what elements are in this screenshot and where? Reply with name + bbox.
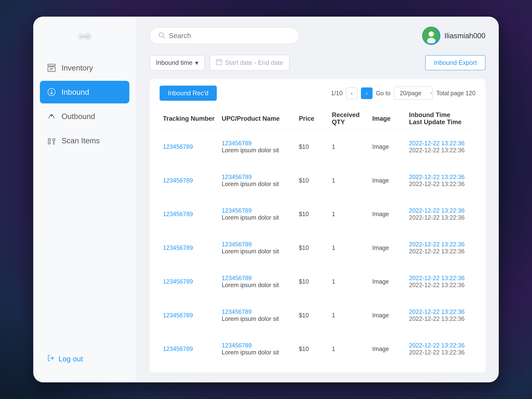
cell-time: 2022-12-22 13:22:36 2022-12-22 13:22:36	[406, 130, 475, 164]
sidebar-item-outbound[interactable]: Outbound	[40, 105, 129, 128]
tracking-link[interactable]: 123456789	[163, 143, 193, 150]
col-header-price: Price	[295, 108, 329, 130]
upc-link[interactable]: 123456789	[222, 241, 252, 248]
page-next-button[interactable]: ›	[361, 88, 373, 99]
table-row: 123456789 123456789 Lorem ipsum dolor si…	[160, 197, 475, 231]
username: Iliasmiah000	[444, 32, 485, 40]
time-secondary: 2022-12-22 13:22:36	[409, 214, 472, 221]
cell-price: $10	[295, 130, 329, 164]
cell-upc: 123456789 Lorem ipsum dolor sit	[218, 197, 295, 231]
cell-time: 2022-12-22 13:22:36 2022-12-22 13:22:36	[406, 332, 475, 366]
tracking-link[interactable]: 123456789	[163, 312, 193, 319]
cell-upc: 123456789 Lorem ipsum dolor sit	[218, 231, 295, 265]
cell-time: 2022-12-22 13:22:36 2022-12-22 13:22:36	[406, 298, 475, 332]
upc-link[interactable]: 123456789	[222, 342, 252, 349]
upc-name: Lorem ipsum dolor sit	[222, 282, 279, 288]
time-secondary: 2022-12-22 13:22:36	[409, 181, 472, 188]
tracking-link[interactable]: 123456789	[163, 211, 193, 217]
calendar-icon	[216, 59, 222, 67]
logout-button[interactable]: Log out	[40, 349, 129, 369]
upc-link[interactable]: 123456789	[222, 275, 252, 281]
search-input[interactable]	[169, 32, 291, 40]
cell-upc: 123456789 Lorem ipsum dolor sit	[218, 164, 295, 197]
main-content: Iliasmiah000 Inbound time ▾ Start date	[136, 17, 499, 382]
upc-link[interactable]: 123456789	[222, 140, 252, 147]
upc-link[interactable]: 123456789	[222, 174, 252, 180]
tracking-link[interactable]: 123456789	[163, 278, 193, 285]
table-row: 123456789 123456789 Lorem ipsum dolor si…	[160, 298, 475, 332]
table-row: 123456789 123456789 Lorem ipsum dolor si…	[160, 130, 475, 164]
svg-point-18	[429, 32, 434, 37]
time-primary: 2022-12-22 13:22:36	[409, 140, 472, 147]
col-header-image: Image	[369, 108, 406, 130]
svg-rect-9	[53, 139, 55, 141]
col-header-time: Inbound Time Last Update Time	[406, 108, 475, 130]
cell-tracking: 123456789	[160, 298, 218, 332]
svg-rect-8	[48, 139, 50, 141]
upc-link[interactable]: 123456789	[222, 207, 252, 214]
search-icon	[158, 32, 165, 40]
search-box[interactable]	[150, 27, 299, 44]
cell-qty: 1	[329, 332, 369, 366]
table-row: 123456789 123456789 Lorem ipsum dolor si…	[160, 164, 475, 197]
table-top: Inbound Rec'd 1/10 ‹ › Go to 20/page 50/…	[160, 86, 475, 101]
export-button[interactable]: Inbound Export	[425, 55, 485, 70]
time-secondary: 2022-12-22 13:22:36	[409, 282, 472, 289]
date-filter[interactable]: Start date - End date	[210, 55, 290, 71]
time-secondary: 2022-12-22 13:22:36	[409, 349, 472, 356]
table-row: 123456789 123456789 Lorem ipsum dolor si…	[160, 332, 475, 366]
tracking-link[interactable]: 123456789	[163, 244, 193, 251]
sidebar-item-inventory-label: Inventory	[62, 63, 93, 72]
tracking-link[interactable]: 123456789	[163, 177, 193, 184]
page-size-select[interactable]: 20/page 50/page 100/page	[394, 87, 433, 100]
sidebar-item-inbound-label: Inbound	[62, 88, 89, 97]
time-filter-dropdown[interactable]: Inbound time ▾	[150, 55, 205, 70]
tracking-link[interactable]: 123456789	[163, 345, 193, 352]
cell-upc: 123456789 Lorem ipsum dolor sit	[218, 130, 295, 164]
time-primary: 2022-12-22 13:22:36	[409, 174, 472, 181]
cell-price: $10	[295, 231, 329, 265]
table-row: 123456789 123456789 Lorem ipsum dolor si…	[160, 265, 475, 298]
user-area: Iliasmiah000	[422, 27, 485, 45]
logout-label: Log out	[58, 355, 83, 363]
cell-qty: 1	[329, 265, 369, 298]
table-container: Inbound Rec'd 1/10 ‹ › Go to 20/page 50/…	[150, 79, 485, 372]
svg-rect-20	[216, 60, 222, 65]
cell-price: $10	[295, 164, 329, 197]
goto-label: Go to	[376, 90, 391, 97]
nav-items: Inventory Inbound	[40, 57, 129, 349]
svg-rect-4	[48, 67, 55, 71]
table-row: 123456789 123456789 Lorem ipsum dolor si…	[160, 231, 475, 265]
upc-name: Lorem ipsum dolor sit	[222, 315, 279, 322]
logout-icon	[47, 354, 55, 364]
cell-qty: 1	[329, 231, 369, 265]
time-secondary: 2022-12-22 13:22:36	[409, 315, 472, 322]
upc-name: Lorem ipsum dolor sit	[222, 181, 279, 187]
cell-image: Image	[369, 130, 406, 164]
page-prev-button[interactable]: ‹	[346, 88, 358, 99]
cell-tracking: 123456789	[160, 197, 218, 231]
inbound-recd-tab[interactable]: Inbound Rec'd	[160, 86, 217, 101]
upc-name: Lorem ipsum dolor sit	[222, 147, 279, 154]
cell-tracking: 123456789	[160, 265, 218, 298]
svg-rect-3	[48, 64, 55, 66]
cell-tracking: 123456789	[160, 130, 218, 164]
upc-name: Lorem ipsum dolor sit	[222, 214, 279, 221]
upc-link[interactable]: 123456789	[222, 308, 252, 315]
logo-icon: ARAIA	[75, 30, 95, 43]
cell-tracking: 123456789	[160, 231, 218, 265]
avatar	[422, 27, 440, 45]
col-header-tracking: Tracking Number	[160, 108, 218, 130]
sidebar-item-scan-items[interactable]: Scan Items	[40, 129, 129, 152]
cell-image: Image	[369, 164, 406, 197]
svg-rect-10	[48, 142, 50, 144]
sidebar-item-inventory[interactable]: Inventory	[40, 57, 129, 79]
upc-name: Lorem ipsum dolor sit	[222, 248, 279, 255]
time-primary: 2022-12-22 13:22:36	[409, 308, 472, 315]
cell-price: $10	[295, 332, 329, 366]
time-secondary: 2022-12-22 13:22:36	[409, 248, 472, 255]
sidebar-item-outbound-label: Outbound	[62, 112, 95, 121]
sidebar-item-inbound[interactable]: Inbound	[40, 81, 129, 103]
cell-image: Image	[369, 332, 406, 366]
date-placeholder: Start date - End date	[225, 59, 283, 66]
